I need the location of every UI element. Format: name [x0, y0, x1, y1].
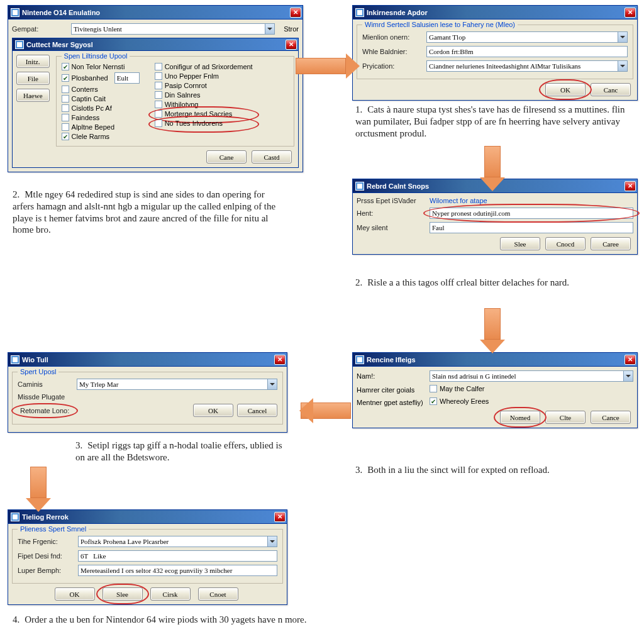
cnocd-button[interactable]: Cnocd [545, 237, 586, 250]
cnoet-button[interactable]: Cnoet [198, 587, 238, 601]
inner-window-title: Cuttect Mesr Sgyosl [26, 41, 93, 48]
flow-arrow-down-icon [484, 146, 501, 177]
combo-value[interactable] [426, 31, 618, 43]
checkbox-option[interactable]: Morterge tesd Sacries [155, 110, 253, 118]
text-input[interactable] [426, 46, 628, 57]
chevron-down-icon[interactable] [618, 31, 628, 43]
titlebar[interactable]: Tieliog Rerrok [8, 510, 287, 524]
checkbox-icon[interactable] [155, 63, 162, 70]
combo-field[interactable] [426, 31, 628, 43]
chevron-down-icon[interactable] [623, 370, 633, 382]
combo-caminis-value[interactable] [77, 379, 267, 390]
checkbox-icon[interactable] [62, 104, 69, 112]
close-icon[interactable] [274, 355, 286, 365]
checkbox-icon[interactable] [155, 119, 162, 127]
checkbox-option[interactable]: ✔Plosbanhed [62, 72, 140, 84]
checkbox-icon[interactable] [430, 385, 437, 392]
chevron-down-icon[interactable] [265, 23, 275, 35]
checkbox-option[interactable]: Conifigur of ad Srixordement [155, 63, 253, 70]
ok-button[interactable]: OK [545, 83, 586, 96]
checkbox-option[interactable]: Captin Cait [62, 95, 140, 103]
checkbox-icon[interactable]: ✔ [62, 74, 69, 82]
combo-nam-value[interactable] [430, 370, 623, 382]
close-icon[interactable] [290, 8, 301, 18]
checkbox-icon[interactable] [155, 82, 162, 89]
text-input[interactable] [78, 550, 277, 562]
check-may[interactable]: May the Calfer [430, 385, 485, 392]
titlebar[interactable]: Rebrd Calnt Snops [353, 179, 637, 193]
close-icon[interactable] [625, 355, 636, 365]
checkbox-option[interactable]: ✔Clele Rarms [62, 133, 140, 140]
checkbox-option[interactable]: No Tues Irlvdorens [155, 119, 253, 127]
checkbox-icon[interactable]: ✔ [62, 133, 69, 140]
checkbox-option[interactable]: Cislotls Pc Af [62, 104, 140, 112]
combo-nam[interactable] [430, 370, 633, 382]
cirsk-button[interactable]: Cirsk [150, 587, 191, 601]
titlebar[interactable]: Wio Tull [8, 353, 287, 367]
ok-button[interactable]: OK [55, 587, 95, 601]
close-icon[interactable] [286, 40, 297, 50]
castd-button[interactable]: Castd [252, 150, 292, 164]
chevron-down-icon[interactable] [267, 536, 277, 547]
canc-button[interactable]: Canc [591, 83, 631, 96]
label-nam: Nam!: [357, 372, 426, 380]
combo-gempat-value[interactable] [71, 23, 265, 35]
combo-value[interactable] [426, 60, 618, 72]
dialog-tieliog: Tieliog Rerrok Plieness Spert Smnel Tihe… [8, 509, 287, 605]
slee-button[interactable]: Slee [103, 587, 143, 601]
slee-button[interactable]: Slee [500, 237, 540, 250]
titlebar[interactable]: Nintende O14 Enulatino [8, 6, 303, 19]
titlebar[interactable]: Rencine Ifleigs [353, 353, 637, 367]
cancel-button[interactable]: Cancel [237, 404, 277, 417]
chevron-down-icon[interactable] [267, 379, 277, 390]
chevron-down-icon[interactable] [618, 60, 628, 72]
step-text-2-left: 2.Mtle ngey 64 rededired stup is sind an… [13, 189, 283, 236]
checkbox-option[interactable]: Uno Pepper Fnlm [155, 72, 253, 80]
checkbox-icon[interactable] [155, 101, 162, 108]
cance-button[interactable]: Cance [591, 411, 631, 424]
checkbox-option[interactable]: Withilotvng [155, 101, 253, 108]
checkbox-icon[interactable] [155, 91, 162, 99]
checkbox-icon[interactable] [62, 95, 69, 103]
check-whereoly[interactable]: ✔ Whereoly Erees [430, 397, 489, 405]
text-input[interactable] [78, 565, 277, 576]
checkbox-option[interactable]: Pasip Cornrot [155, 82, 253, 89]
side-button[interactable]: Haewe [16, 89, 50, 102]
field-label: Mey silent [357, 224, 426, 231]
text-input[interactable] [430, 208, 633, 219]
clte-button[interactable]: Clte [545, 411, 586, 424]
caree-button[interactable]: Caree [591, 237, 631, 250]
close-icon[interactable] [625, 181, 636, 191]
checkbox-icon[interactable] [62, 114, 69, 121]
field-label: Hent: [357, 209, 426, 217]
close-icon[interactable] [274, 512, 286, 522]
step-text-2-right: 2.Risle a a this tagos olff crleal bitte… [355, 277, 626, 289]
combo-caminis[interactable] [77, 379, 277, 390]
cane-button[interactable]: Cane [206, 150, 247, 164]
step-text-3-right: 3.Both in a liu the sinct will for expte… [355, 464, 626, 476]
combo-field[interactable] [78, 536, 277, 547]
checkbox-option[interactable]: Faindess [62, 114, 140, 121]
checkbox-icon[interactable]: ✔ [62, 63, 69, 70]
checkbox-option[interactable]: Din Salnres [155, 91, 253, 99]
close-icon[interactable] [625, 8, 636, 18]
checkbox-icon[interactable] [155, 110, 162, 118]
nomed-button[interactable]: Nomed [500, 411, 540, 424]
inline-input[interactable] [114, 72, 140, 84]
side-button[interactable]: File [16, 72, 50, 85]
checkbox-option[interactable]: Conterrs [62, 86, 140, 93]
combo-gempat[interactable] [71, 23, 275, 35]
checkbox-icon[interactable]: ✔ [430, 397, 437, 405]
checkbox-icon[interactable] [155, 72, 162, 80]
ok-button[interactable]: OK [193, 404, 233, 417]
titlebar[interactable]: Inkirnesnde Apdor [353, 6, 637, 19]
side-button[interactable]: Initz. [16, 55, 50, 68]
text-input[interactable] [430, 222, 633, 233]
checkbox-option[interactable]: ✔Non Telor Nernsti [62, 63, 140, 70]
combo-field[interactable] [426, 60, 628, 72]
combo-value[interactable] [78, 536, 267, 547]
inner-titlebar[interactable]: Cuttect Mesr Sgyosl [13, 38, 298, 51]
checkbox-icon[interactable] [62, 86, 69, 93]
checkbox-option[interactable]: Alpltne Beped [62, 123, 140, 131]
checkbox-icon[interactable] [62, 123, 69, 131]
